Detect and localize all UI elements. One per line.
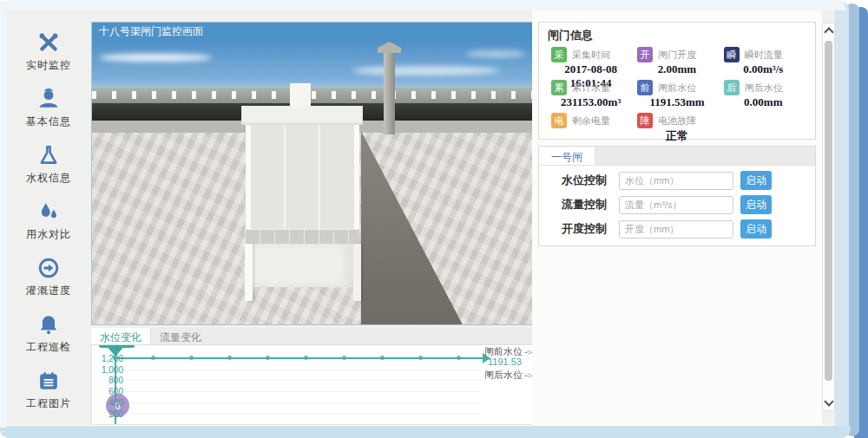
sidebar-nav: 实时监控 基本信息 水权信息 用水对比 xyxy=(7,10,90,425)
gate-top-block xyxy=(290,83,311,106)
window-frame-bottom xyxy=(0,426,851,438)
sidebar-item[interactable]: 水权信息 xyxy=(26,144,71,186)
field-label: 闸后水位 xyxy=(745,82,783,95)
control-label: 水位控制 xyxy=(562,173,612,188)
monitor-viewport-panel: 十八号渠闸门监控画面 xyxy=(91,22,534,325)
gate-lintel-beam xyxy=(241,106,363,125)
gate-info-panel: 闸门信息 采 采集时间 2017-08-08 16:01:44 xyxy=(538,22,816,140)
start-button[interactable]: 启动 xyxy=(740,219,772,239)
control-input[interactable] xyxy=(619,172,733,190)
field-value: 1191.53mm xyxy=(634,95,720,110)
gate-deck xyxy=(245,229,359,244)
cloud xyxy=(99,54,212,62)
drops-icon xyxy=(37,200,60,223)
sidebar-item-label: 工程图片 xyxy=(26,396,71,411)
field-value: 0.00mm xyxy=(720,95,806,110)
y-axis-tick-label: 200 xyxy=(94,409,123,418)
field-label: 累计水量 xyxy=(572,82,610,95)
control-input[interactable] xyxy=(619,196,733,214)
gate-info-title: 闸门信息 xyxy=(548,28,806,43)
viewport-title: 十八号渠闸门监控画面 xyxy=(92,23,533,40)
control-row: 流量控制 启动 xyxy=(562,195,815,214)
sidebar-item[interactable]: 工程巡检 xyxy=(26,313,71,355)
scrollbar-thumb[interactable] xyxy=(825,41,832,381)
app-window: 实时监控 基本信息 水权信息 用水对比 xyxy=(0,0,868,438)
y-axis-tick-label: 1,200 xyxy=(94,354,123,363)
sidebar-item[interactable]: 用水对比 xyxy=(26,200,71,242)
field-label: 电池故障 xyxy=(658,114,696,127)
start-button[interactable]: 启动 xyxy=(740,171,772,190)
window-frame-right-pale xyxy=(835,2,849,433)
gate-right-post xyxy=(354,125,359,231)
field-badge-icon: 障 xyxy=(637,113,653,128)
sidebar-item[interactable]: 工程图片 xyxy=(26,369,71,411)
gate-info-grid: 采 采集时间 2017-08-08 16:01:44 开 闸门开度 2.00mm xyxy=(548,47,806,143)
gridline xyxy=(127,380,481,381)
y-axis-tick-label: 1,000 xyxy=(94,364,123,374)
control-label: 流量控制 xyxy=(562,197,612,212)
gate-left-leg xyxy=(245,244,253,301)
front-level-value: 1191.53 xyxy=(488,356,522,367)
gate-info-field: 累 累计水量 231153.00m³ xyxy=(548,80,634,110)
legend-back-water-level[interactable]: 闸后水位 -○- xyxy=(484,369,534,381)
control-input[interactable] xyxy=(619,220,733,239)
gridline xyxy=(127,369,481,370)
guardrail-posts xyxy=(92,91,533,99)
field-badge-icon: 后 xyxy=(724,80,740,95)
gate-3d-scene[interactable] xyxy=(92,40,533,324)
gridline xyxy=(127,391,481,392)
tab-gate-one[interactable]: 一号闸 xyxy=(539,147,595,165)
gate-info-field: 电 剩余电量 xyxy=(548,113,634,143)
gate-info-field: 前 闸前水位 1191.53mm xyxy=(634,80,720,110)
y-axis-tick-label: 400 xyxy=(94,397,123,407)
tab-water-level-change[interactable]: 水位变化 xyxy=(91,328,151,344)
y-axis-tick-label: 800 xyxy=(94,376,123,385)
scroll-down-icon[interactable] xyxy=(824,396,833,406)
field-label: 采集时间 xyxy=(572,49,610,62)
window-frame-top xyxy=(0,0,845,10)
start-button[interactable]: 启动 xyxy=(740,195,772,214)
field-value xyxy=(548,128,634,143)
sidebar-item-label: 灌溉进度 xyxy=(26,284,71,298)
field-badge-icon: 电 xyxy=(551,113,567,128)
line-data-point xyxy=(304,356,308,360)
control-row: 开度控制 启动 xyxy=(562,219,815,239)
legend-front-water-level[interactable]: 闸前水位 -○- xyxy=(484,345,534,357)
field-label: 剩余电量 xyxy=(572,114,610,127)
water-level-chart-panel: 水位变化 流量变化 1,191.53 0 闸前水位 -○- 闸后水位 - xyxy=(91,328,534,425)
sidebar-item[interactable]: 灌溉进度 xyxy=(26,257,71,298)
field-badge-icon: 瞬 xyxy=(724,47,740,62)
gate-left-post xyxy=(246,125,251,231)
tab-flow-change[interactable]: 流量变化 xyxy=(151,328,210,344)
sidebar-item-label: 水权信息 xyxy=(26,171,71,186)
gate-control-tabbar: 一号闸 xyxy=(539,147,815,166)
line-data-point xyxy=(227,356,232,360)
gate-right-leg xyxy=(353,244,361,301)
field-badge-icon: 采 xyxy=(551,47,567,62)
field-badge-icon: 前 xyxy=(637,80,653,95)
window-frame-left xyxy=(0,2,7,428)
sidebar-item-label: 实时监控 xyxy=(26,58,71,73)
field-badge-icon: 开 xyxy=(637,47,653,62)
flask-icon xyxy=(37,144,60,167)
front-water-level-line xyxy=(115,357,484,359)
sidebar-item[interactable]: 实时监控 xyxy=(26,31,71,73)
gate-skirt xyxy=(250,244,354,287)
gate-info-field: 采 采集时间 2017-08-08 16:01:44 xyxy=(548,47,634,77)
scroll-up-icon[interactable] xyxy=(824,27,833,36)
line-data-point xyxy=(457,356,461,360)
right-column: 闸门信息 采 采集时间 2017-08-08 16:01:44 xyxy=(532,10,822,425)
cloud xyxy=(465,50,526,57)
y-axis-tick-label: 600 xyxy=(94,387,123,396)
pole xyxy=(384,52,395,134)
control-row: 水位控制 启动 xyxy=(562,171,815,190)
sidebar-item[interactable]: 基本信息 xyxy=(26,88,71,129)
vertical-scrollbar[interactable] xyxy=(822,23,835,411)
field-label: 闸门开度 xyxy=(658,49,696,62)
line-data-point xyxy=(189,356,194,360)
field-value: 正常 xyxy=(634,128,720,143)
tools-icon xyxy=(37,31,60,54)
gridline xyxy=(127,414,481,415)
field-value: 2017-08-08 16:01:44 xyxy=(548,62,634,77)
gridline xyxy=(127,402,481,403)
